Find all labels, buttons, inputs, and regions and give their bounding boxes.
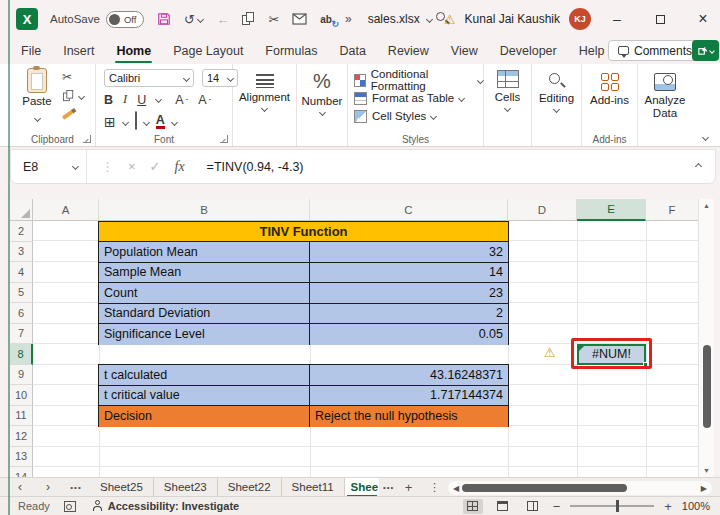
font-dialog-launcher[interactable] (220, 135, 228, 143)
param-value-cell[interactable]: 2 (310, 304, 508, 325)
formula-input[interactable]: =TINV(0.94, -4.3) (207, 160, 304, 174)
sheet-tab-sheet22[interactable]: Sheet22 (218, 478, 282, 497)
row-header-8[interactable]: 8 (10, 344, 33, 365)
table-title-cell[interactable]: TINV Function (99, 222, 508, 243)
vertical-scrollbar-thumb[interactable] (703, 345, 711, 428)
share-button[interactable] (692, 40, 719, 61)
copy-dropdown-icon[interactable] (78, 92, 85, 99)
cell-styles-button[interactable]: Cell Styles (354, 107, 483, 125)
ribbon-collapse-icon[interactable] (702, 134, 709, 141)
replace-button[interactable]: ab↻ (320, 14, 332, 25)
confirm-entry-button[interactable]: ✓ (150, 159, 161, 174)
decision-label-cell[interactable]: Decision (99, 406, 310, 427)
paste-button[interactable]: Paste (18, 68, 56, 125)
tab-insert[interactable]: Insert (52, 38, 105, 64)
formula-bar-expand-icon[interactable] (695, 163, 702, 170)
horizontal-scrollbar[interactable]: ◀ ▶ (448, 481, 712, 495)
row-header-9[interactable]: 9 (10, 365, 33, 386)
document-title[interactable]: sales.xlsx (368, 12, 420, 26)
next-sheet-button[interactable]: › (34, 480, 62, 494)
editing-button[interactable]: Editing (532, 64, 581, 146)
row-header-6[interactable]: 6 (10, 303, 33, 324)
row-header-2[interactable]: 2 (10, 221, 33, 242)
row-header-7[interactable]: 7 (10, 324, 33, 345)
borders-button[interactable]: ⊞ (104, 114, 116, 130)
scroll-right-icon[interactable]: ▶ (701, 484, 707, 493)
tab-page-layout[interactable]: Page Layout (162, 38, 254, 64)
font-color-button[interactable]: A (156, 115, 165, 129)
tab-home[interactable]: Home (105, 38, 162, 64)
grow-font-button[interactable]: Aˆ (175, 93, 188, 107)
analyze-data-button[interactable]: Analyze Data (638, 64, 692, 146)
paste-dropdown-icon[interactable] (33, 115, 40, 122)
zoom-level[interactable]: 100% (682, 500, 710, 512)
column-header-a[interactable]: A (33, 199, 99, 221)
autosave-toggle[interactable]: Off (106, 11, 144, 28)
row-header-11[interactable]: 11 (10, 406, 33, 427)
minimize-button[interactable]: – (600, 0, 634, 38)
param-label-cell[interactable]: Sample Mean (99, 263, 310, 284)
result-label-cell[interactable]: t calculated (99, 365, 310, 386)
zoom-slider-thumb[interactable] (616, 500, 619, 512)
page-layout-view-button[interactable] (493, 499, 513, 514)
undo-dropdown-icon[interactable] (197, 15, 204, 22)
row-header-14[interactable]: 14 (10, 467, 33, 477)
copy-button[interactable] (242, 12, 255, 26)
sheet-tab-overflow[interactable]: ••• (379, 483, 399, 492)
zoom-in-button[interactable]: + (664, 499, 672, 514)
excel-logo-icon[interactable]: X (16, 8, 38, 30)
redo-button[interactable]: ← (216, 12, 229, 27)
decision-value-cell[interactable]: Reject the null hypothesis (310, 406, 508, 427)
zoom-slider[interactable] (570, 505, 654, 507)
row-header-5[interactable]: 5 (10, 283, 33, 304)
avatar[interactable]: KJ (569, 8, 591, 30)
param-label-cell[interactable]: Significance Level (99, 324, 310, 345)
column-header-e[interactable]: E (577, 199, 646, 221)
row-header-13[interactable]: 13 (10, 447, 33, 468)
close-button[interactable]: × (686, 0, 720, 38)
clipboard-dialog-launcher[interactable] (83, 135, 91, 143)
column-header-b[interactable]: B (99, 199, 310, 221)
email-button[interactable] (292, 13, 307, 25)
horizontal-scrollbar-thumb[interactable] (462, 484, 627, 492)
save-button[interactable] (157, 12, 171, 26)
accessibility-status[interactable]: Accessibility: Investigate (108, 500, 239, 512)
param-label-cell[interactable]: Population Mean (99, 242, 310, 263)
tab-developer[interactable]: Developer (489, 38, 568, 64)
name-box[interactable]: E8 (11, 150, 87, 183)
sheetbar-kebab-icon[interactable]: ⋮ (425, 481, 445, 494)
cancel-entry-button[interactable]: × (128, 159, 136, 174)
param-value-cell[interactable]: 23 (310, 283, 508, 304)
prev-sheet-button[interactable]: ‹ (6, 480, 34, 494)
result-value-cell[interactable]: 1.717144374 (310, 386, 508, 407)
column-header-d[interactable]: D (508, 199, 577, 221)
italic-button[interactable]: I (123, 92, 127, 107)
tab-file[interactable]: File (10, 38, 52, 64)
tab-data[interactable]: Data (328, 38, 376, 64)
scroll-up-icon[interactable]: ▲ (699, 202, 714, 209)
font-name-select[interactable]: Calibri (104, 69, 194, 87)
underline-button[interactable]: U (137, 93, 146, 107)
select-all-corner[interactable] (10, 199, 33, 221)
param-label-cell[interactable]: Count (99, 283, 310, 304)
row-header-4[interactable]: 4 (10, 262, 33, 283)
accessibility-icon[interactable] (92, 500, 103, 512)
user-name[interactable]: Kunal Jai Kaushik (465, 12, 560, 26)
undo-button[interactable]: ↺ (184, 12, 204, 27)
cut-button[interactable]: ✂ (268, 12, 279, 27)
result-value-cell[interactable]: 43.16248371 (310, 365, 508, 386)
sheet-tab-sheet25[interactable]: Sheet25 (90, 478, 154, 497)
param-value-cell[interactable]: 0.05 (310, 324, 508, 345)
filename-dropdown-icon[interactable] (426, 15, 433, 22)
row-header-10[interactable]: 10 (10, 385, 33, 406)
sheet-list-button[interactable]: ••• (62, 483, 90, 492)
tab-review[interactable]: Review (377, 38, 440, 64)
sheet-tab-active[interactable]: Shee (345, 478, 379, 497)
macro-record-icon[interactable] (64, 501, 76, 512)
fill-handle[interactable] (643, 362, 648, 367)
active-cell-e8[interactable]: #NUM! (577, 344, 646, 365)
row-header-12[interactable]: 12 (10, 426, 33, 447)
conditional-formatting-button[interactable]: Conditional Formatting (354, 71, 483, 89)
scroll-down-icon[interactable]: ▼ (699, 467, 714, 474)
alignment-button[interactable]: Alignment (233, 64, 296, 146)
